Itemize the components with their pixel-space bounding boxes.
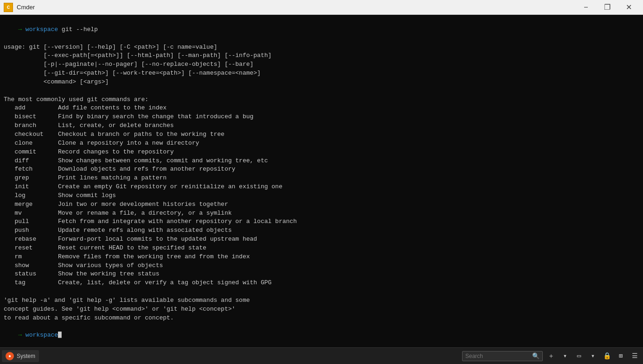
command-line: mv Move or rename a file, a directory, o… <box>4 209 639 218</box>
usage-line-3: [-p|--paginate|--no-pager] [--no-replace… <box>4 60 639 69</box>
titlebar: C Cmder − ❐ ✕ <box>0 0 643 15</box>
cursor-block: █ <box>58 332 62 338</box>
footer-line: concept guides. See 'git help <command>'… <box>4 305 639 314</box>
terminal[interactable]: → workspace git --help usage: git [--ver… <box>0 15 643 347</box>
command-line: show Show various types of objects <box>4 262 639 270</box>
command-line: rm Remove files from the working tree an… <box>4 253 639 262</box>
app-title: Cmder <box>17 4 575 11</box>
search-icon[interactable]: 🔍 <box>532 352 540 360</box>
blank-line-2 <box>4 287 639 296</box>
taskbar: ● System 🔍 ＋ ▾ ▭ ▾ 🔒 ⊞ ☰ <box>0 347 643 364</box>
prompt-dir-1: workspace <box>26 26 58 33</box>
prompt-command-1: git --help <box>58 26 98 33</box>
command-line: commit Record changes to the repository <box>4 148 639 157</box>
window-dropdown-button[interactable]: ▾ <box>586 350 599 363</box>
window-button[interactable]: ▭ <box>572 350 585 363</box>
footer-line: 'git help -a' and 'git help -g' lists av… <box>4 296 639 305</box>
window-controls: − ❐ ✕ <box>575 0 639 15</box>
taskbar-icons: ＋ ▾ ▭ ▾ 🔒 ⊞ ☰ <box>545 350 641 363</box>
prompt-line-1: → workspace git --help <box>4 17 639 43</box>
add-tab-button[interactable]: ＋ <box>545 350 558 363</box>
grid-icon[interactable]: ⊞ <box>614 350 627 363</box>
app-icon: C <box>4 3 13 12</box>
command-line: tag Create, list, delete or verify a tag… <box>4 279 639 287</box>
ubuntu-icon: ● <box>6 352 14 360</box>
prompt-dir-2: workspace <box>26 332 58 338</box>
lock-icon[interactable]: 🔒 <box>600 350 613 363</box>
maximize-button[interactable]: ❐ <box>597 0 618 15</box>
command-line: log Show commit logs <box>4 192 639 200</box>
system-label: System <box>17 353 35 359</box>
search-box[interactable]: 🔍 <box>462 351 543 361</box>
usage-line: usage: git [--version] [--help] [-C <pat… <box>4 43 639 52</box>
close-button[interactable]: ✕ <box>618 0 639 15</box>
tab-dropdown-button[interactable]: ▾ <box>559 350 572 363</box>
usage-line-5: <command> [<args>] <box>4 78 639 87</box>
usage-line-2: [--exec-path[=<path>]] [--html-path] [--… <box>4 51 639 60</box>
app-icon-label: C <box>7 5 10 10</box>
command-line: diff Show changes between commits, commi… <box>4 157 639 166</box>
footer-lines: 'git help -a' and 'git help -g' lists av… <box>4 296 639 323</box>
command-line: fetch Download objects and refs from ano… <box>4 165 639 174</box>
blank-line-1 <box>4 87 639 96</box>
minimize-button[interactable]: − <box>575 0 597 15</box>
command-line: merge Join two or more development histo… <box>4 200 639 209</box>
command-line: bisect Find by binary search the change … <box>4 113 639 121</box>
command-line: grep Print lines matching a pattern <box>4 174 639 183</box>
search-input[interactable] <box>465 353 530 359</box>
command-line: push Update remote refs along with assoc… <box>4 226 639 235</box>
most-common-header: The most commonly used git commands are: <box>4 96 639 104</box>
prompt-arrow-2: → <box>18 332 26 338</box>
command-line: status Show the working tree status <box>4 270 639 279</box>
command-line: branch List, create, or delete branches <box>4 121 639 130</box>
command-line: pull Fetch from and integrate with anoth… <box>4 217 639 226</box>
footer-line: to read about a specific subcommand or c… <box>4 314 639 323</box>
command-line: checkout Checkout a branch or paths to t… <box>4 130 639 139</box>
command-line: reset Reset current HEAD to the specifie… <box>4 244 639 253</box>
command-line: rebase Forward-port local commits to the… <box>4 235 639 244</box>
system-button[interactable]: ● System <box>2 350 39 362</box>
commands-list: add Add file contents to the index bisec… <box>4 104 639 287</box>
command-line: init Create an empty Git repository or r… <box>4 183 639 192</box>
prompt-line-2: → workspace█ <box>4 323 639 347</box>
command-line: add Add file contents to the index <box>4 104 639 113</box>
command-line: clone Clone a repository into a new dire… <box>4 139 639 148</box>
list-icon[interactable]: ☰ <box>628 350 641 363</box>
prompt-arrow-1: → <box>18 26 26 33</box>
usage-line-4: [--git-dir=<path>] [--work-tree=<path>] … <box>4 69 639 78</box>
